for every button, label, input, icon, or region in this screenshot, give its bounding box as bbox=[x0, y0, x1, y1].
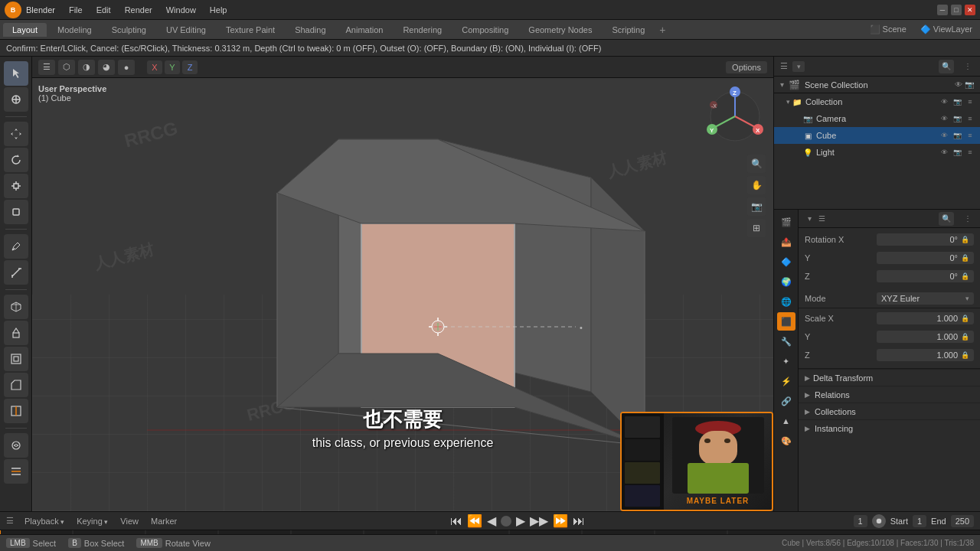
outliner-item-camera[interactable]: ▾ 📷 Camera 👁 📷 ≡ bbox=[774, 110, 980, 127]
render-menu[interactable]: Render bbox=[119, 4, 158, 16]
view-layer-props-icon[interactable]: 🔷 bbox=[777, 253, 795, 271]
help-menu[interactable]: Help bbox=[204, 4, 234, 16]
rotation-x-field[interactable]: 0° 🔒 bbox=[877, 233, 974, 246]
rotation-y-field[interactable]: 0° 🔒 bbox=[877, 252, 974, 264]
keying-marker-icon[interactable]: ⏺ bbox=[872, 514, 886, 528]
properties-expand-icon[interactable]: ▾ bbox=[805, 214, 814, 223]
grid-button[interactable]: ⊞ bbox=[747, 219, 766, 237]
scene-collection-expand-icon[interactable]: ▾ bbox=[780, 80, 784, 89]
constraints-props-icon[interactable]: 🔗 bbox=[777, 392, 795, 410]
add-cube-button[interactable] bbox=[4, 295, 28, 319]
play-stop-indicator[interactable] bbox=[501, 516, 511, 527]
edge-slide-button[interactable] bbox=[4, 459, 28, 484]
playback-menu[interactable]: Playback bbox=[20, 515, 69, 527]
close-button[interactable]: ✕ bbox=[965, 5, 975, 15]
x-axis-button[interactable]: X bbox=[147, 60, 162, 74]
navigation-gizmo[interactable]: Z X Y -X bbox=[704, 86, 766, 147]
tab-texture-paint[interactable]: Texture Paint bbox=[217, 23, 284, 37]
hand-pan-button[interactable]: ✋ bbox=[747, 176, 766, 194]
scale-y-field[interactable]: 1.000 🔒 bbox=[877, 331, 974, 343]
particles-props-icon[interactable]: ✦ bbox=[777, 352, 795, 370]
select-key[interactable]: LMB bbox=[6, 538, 30, 548]
cube-filter-icon[interactable]: ≡ bbox=[965, 130, 975, 141]
light-render-icon[interactable]: 📷 bbox=[952, 147, 962, 158]
delta-transform-section[interactable]: ▶ Delta Transform bbox=[799, 369, 980, 386]
material-props-icon[interactable]: 🎨 bbox=[777, 432, 795, 450]
scene-collection-visible-icon[interactable]: 👁 bbox=[955, 80, 962, 89]
next-keyframe-button[interactable]: ⏩ bbox=[553, 514, 568, 528]
collection-filter-icon[interactable]: ≡ bbox=[965, 96, 975, 107]
viewport-3d[interactable]: ☰ ⬡ ◑ ◕ ● X Y Z Options RRCG 人人素材 人人素材 R… bbox=[32, 57, 773, 511]
outliner-filter-icon[interactable]: ▾ bbox=[792, 61, 805, 72]
tab-shading[interactable]: Shading bbox=[286, 23, 335, 37]
end-frame-value[interactable]: 250 bbox=[951, 515, 974, 527]
viewport-shading-render[interactable]: ● bbox=[118, 60, 135, 75]
smooth-button[interactable] bbox=[4, 433, 28, 458]
view-menu[interactable]: View bbox=[116, 515, 143, 527]
prev-keyframe-button[interactable]: ⏪ bbox=[467, 514, 482, 528]
rotate-view-key[interactable]: MMB bbox=[136, 538, 162, 548]
viewport-shading-material[interactable]: ◕ bbox=[98, 60, 115, 75]
camera-render-icon[interactable]: 📷 bbox=[952, 113, 962, 124]
select-tool-button[interactable] bbox=[4, 61, 28, 86]
collection-visible-icon[interactable]: 👁 bbox=[939, 96, 949, 107]
data-props-icon[interactable]: ▲ bbox=[777, 412, 795, 430]
next-frame-button[interactable]: ▶▶ bbox=[530, 514, 548, 528]
cube-render-icon[interactable]: 📷 bbox=[952, 130, 962, 141]
scale-x-field[interactable]: 1.000 🔒 bbox=[877, 312, 974, 324]
marker-menu[interactable]: Marker bbox=[146, 515, 181, 527]
outliner-item-cube[interactable]: ▾ ▣ Cube 👁 📷 ≡ bbox=[774, 127, 980, 144]
collections-section[interactable]: ▶ Collections bbox=[799, 403, 980, 419]
tab-sculpting[interactable]: Sculpting bbox=[103, 23, 155, 37]
tab-compositing[interactable]: Compositing bbox=[452, 23, 518, 37]
tab-animation[interactable]: Animation bbox=[337, 23, 393, 37]
camera-visible-icon[interactable]: 👁 bbox=[939, 113, 949, 124]
outliner-menu-icon[interactable]: ☰ bbox=[780, 61, 788, 71]
scale-x-lock-icon[interactable]: 🔒 bbox=[961, 315, 969, 322]
window-menu[interactable]: Window bbox=[160, 4, 202, 16]
tab-geometry-nodes[interactable]: Geometry Nodes bbox=[519, 23, 601, 37]
annotate-tool-button[interactable] bbox=[4, 234, 28, 259]
collection-render-icon[interactable]: 📷 bbox=[952, 96, 962, 107]
rotate-tool-button[interactable] bbox=[4, 148, 28, 172]
rotation-mode-select[interactable]: XYZ Euler ▾ bbox=[877, 292, 974, 305]
light-filter-icon[interactable]: ≡ bbox=[965, 147, 975, 158]
prev-frame-button[interactable]: ◀ bbox=[487, 514, 496, 528]
scale-z-lock-icon[interactable]: 🔒 bbox=[961, 351, 969, 359]
relations-section[interactable]: ▶ Relations bbox=[799, 386, 980, 403]
light-visible-icon[interactable]: 👁 bbox=[939, 147, 949, 158]
scene-selector[interactable]: ⬛ Scene bbox=[865, 23, 911, 36]
extrude-button[interactable] bbox=[4, 321, 28, 345]
move-tool-button[interactable] bbox=[4, 122, 28, 146]
edit-menu[interactable]: Edit bbox=[90, 4, 117, 16]
rotation-x-lock-icon[interactable]: 🔒 bbox=[961, 236, 969, 243]
modifier-props-icon[interactable]: 🔧 bbox=[777, 332, 795, 350]
tab-rendering[interactable]: Rendering bbox=[394, 23, 451, 37]
object-props-icon[interactable]: ⬛ bbox=[777, 312, 795, 331]
viewport-type-button[interactable]: ☰ bbox=[38, 60, 55, 75]
physics-props-icon[interactable]: ⚡ bbox=[777, 372, 795, 390]
jump-to-start-button[interactable]: ⏮ bbox=[450, 514, 462, 528]
camera-filter-icon[interactable]: ≡ bbox=[965, 113, 975, 124]
transform-tool-button[interactable] bbox=[4, 200, 28, 224]
render-props-icon[interactable]: 🎬 bbox=[777, 213, 795, 231]
cube-visible-icon[interactable]: 👁 bbox=[939, 130, 949, 141]
camera-button[interactable]: 📷 bbox=[747, 197, 766, 216]
timeline-menu-icon[interactable]: ☰ bbox=[6, 516, 14, 526]
outliner-item-light[interactable]: ▾ 💡 Light 👁 📷 ≡ bbox=[774, 144, 980, 161]
zoom-in-button[interactable]: 🔍 bbox=[747, 155, 766, 173]
outliner-item-collection[interactable]: ▾ 📁 Collection 👁 📷 ≡ bbox=[774, 93, 980, 110]
viewport-shading-solid[interactable]: ◑ bbox=[78, 60, 95, 75]
bevel-button[interactable] bbox=[4, 373, 28, 397]
measure-tool-button[interactable] bbox=[4, 260, 28, 285]
keying-menu[interactable]: Keying bbox=[72, 515, 113, 527]
add-workspace-button[interactable]: + bbox=[655, 23, 669, 37]
cursor-tool-button[interactable] bbox=[4, 87, 28, 112]
viewport-shading-wire[interactable]: ⬡ bbox=[58, 60, 75, 75]
viewport-options-button[interactable]: Options bbox=[726, 61, 767, 73]
properties-search-button[interactable]: 🔍 bbox=[939, 212, 954, 226]
world-props-icon[interactable]: 🌐 bbox=[777, 292, 795, 311]
rotation-z-field[interactable]: 0° 🔒 bbox=[877, 270, 974, 282]
start-frame-value[interactable]: 1 bbox=[913, 515, 926, 527]
file-menu[interactable]: File bbox=[63, 4, 89, 16]
